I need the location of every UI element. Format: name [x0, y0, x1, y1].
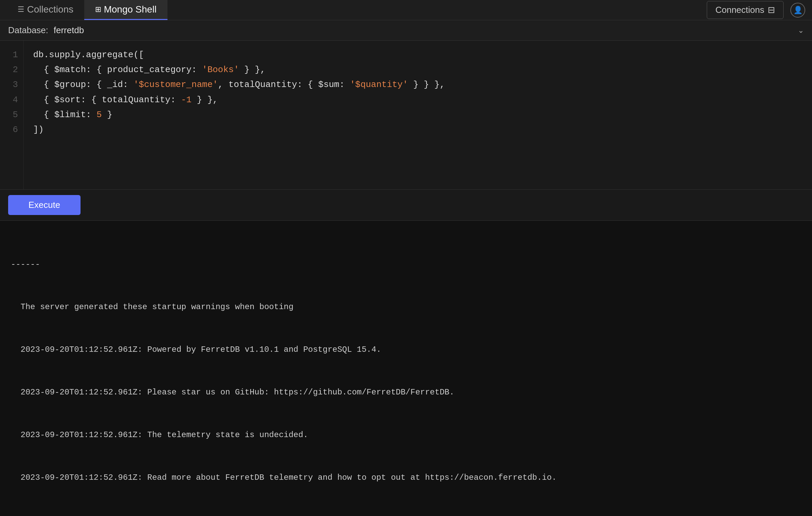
database-input[interactable]: [54, 25, 798, 36]
code-line-1: db.supply.aggregate([: [33, 47, 803, 62]
line-num-4: 4: [8, 92, 18, 107]
line-num-6: 6: [8, 122, 18, 137]
line-num-5: 5: [8, 107, 18, 122]
line-num-3: 3: [8, 77, 18, 92]
code-line-3: { $group: { _id: '$customer_name', total…: [33, 77, 803, 92]
terminal-line-7: ------: [11, 513, 801, 516]
line-num-1: 1: [8, 47, 18, 62]
terminal-line-3: 2023-09-20T01:12:52.961Z: Powered by Fer…: [11, 343, 801, 357]
mongo-shell-icon: ⊞: [95, 5, 101, 14]
line-num-2: 2: [8, 62, 18, 77]
tab-mongo-shell[interactable]: ⊞ Mongo Shell: [84, 0, 167, 20]
line-numbers: 1 2 3 4 5 6: [0, 41, 24, 189]
collections-tab-label: Collections: [27, 4, 73, 15]
connections-icon: ⊟: [768, 5, 775, 15]
collections-icon: ☰: [18, 5, 24, 14]
database-bar: Database: ⌄: [0, 20, 812, 41]
code-editor: 1 2 3 4 5 6 db.supply.aggregate([ { $mat…: [0, 41, 812, 190]
header: ☰ Collections ⊞ Mongo Shell Connections …: [0, 0, 812, 20]
terminal-output: ------ The server generated these startu…: [0, 221, 812, 516]
terminal-line-1: ------: [11, 257, 801, 272]
tab-collections[interactable]: ☰ Collections: [7, 0, 84, 20]
mongo-shell-tab-label: Mongo Shell: [104, 4, 157, 15]
code-line-6: ]): [33, 122, 803, 137]
terminal-line-6: 2023-09-20T01:12:52.961Z: Read more abou…: [11, 471, 801, 485]
code-line-5: { $limit: 5 }: [33, 107, 803, 122]
user-avatar[interactable]: 👤: [790, 3, 805, 18]
connections-button[interactable]: Connections ⊟: [707, 1, 784, 19]
user-icon: 👤: [793, 6, 803, 15]
database-chevron-icon: ⌄: [798, 26, 804, 35]
terminal-line-2: The server generated these startup warni…: [11, 300, 801, 314]
code-text[interactable]: db.supply.aggregate([ { $match: { produc…: [24, 41, 812, 189]
execute-bar: Execute: [0, 190, 812, 221]
execute-button[interactable]: Execute: [8, 195, 81, 215]
terminal-line-5: 2023-09-20T01:12:52.961Z: The telemetry …: [11, 428, 801, 442]
database-label: Database:: [8, 25, 48, 36]
code-line-4: { $sort: { totalQuantity: -1 } },: [33, 92, 803, 107]
code-line-2: { $match: { product_category: 'Books' } …: [33, 62, 803, 77]
terminal-line-4: 2023-09-20T01:12:52.961Z: Please star us…: [11, 385, 801, 400]
tab-bar: ☰ Collections ⊞ Mongo Shell: [7, 0, 167, 20]
connections-button-label: Connections: [715, 5, 764, 15]
header-actions: Connections ⊟ 👤: [707, 1, 805, 19]
